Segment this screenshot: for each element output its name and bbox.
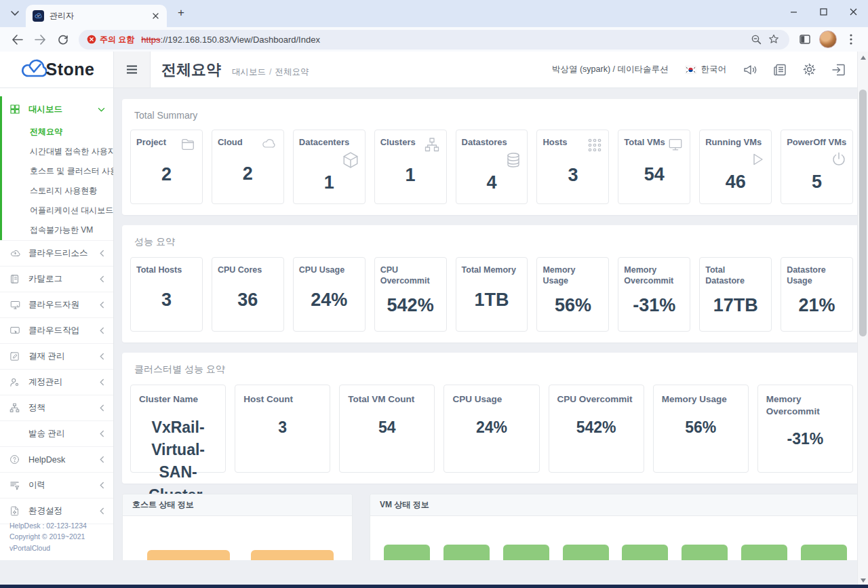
breadcrumb: 대시보드/전체요약 (232, 66, 309, 78)
omnibox[interactable]: 주의 요함 https://192.168.150.83/View/Dashbo… (79, 30, 789, 50)
host-grid-icon (587, 137, 603, 153)
summary-card: Total Hosts3 (130, 257, 203, 332)
vm-status-chart-panel: VM 상태 정보 (370, 494, 861, 560)
sidebar-item-label: 대시보드 (28, 104, 98, 115)
window-close-button[interactable] (838, 0, 868, 23)
browser-tab[interactable]: 관리자 (26, 5, 167, 27)
chart-bar (682, 545, 728, 560)
monitor-icon (667, 137, 684, 152)
chart-bar (147, 550, 230, 560)
scroll-up-arrow[interactable] (861, 56, 866, 60)
scrollbar-thumb[interactable] (859, 90, 867, 336)
vstone-logo[interactable]: Stone (0, 52, 114, 87)
browser-tabstrip: 관리자 + (0, 0, 868, 27)
reload-button[interactable] (53, 29, 73, 50)
sidebar-subitem[interactable]: 어플리케이션 대시보드 (0, 201, 113, 220)
approval-icon (9, 351, 21, 361)
bookmark-star-icon[interactable] (765, 31, 783, 48)
chart-bar (384, 545, 430, 560)
card-label: Cloud (218, 137, 243, 149)
cube-icon (342, 151, 359, 169)
card-label: Running VMs (705, 137, 762, 149)
cloud-task-icon (9, 326, 21, 336)
window-maximize-button[interactable] (808, 0, 838, 23)
sidebar-item[interactable]: 클라우드작업 (0, 318, 113, 344)
tab-close-icon[interactable] (150, 10, 161, 22)
chevron-left-icon (99, 353, 105, 360)
browser-menu-button[interactable] (841, 29, 861, 50)
sidebar-item[interactable]: 이력 (0, 473, 113, 498)
card-label: Total Datastore (705, 264, 766, 287)
logout-icon[interactable] (832, 64, 845, 76)
sidebar-item[interactable]: 대시보드 (0, 96, 113, 122)
summary-card: Cloud2 (212, 130, 284, 204)
summary-card: Total Memory1TB (456, 257, 528, 332)
card-value: 542% (557, 406, 635, 464)
korea-flag-icon (685, 66, 696, 74)
tab-search-button[interactable] (5, 4, 24, 23)
user-info[interactable]: 박상열 (sypark) / 데이타솔루션 (552, 64, 669, 75)
summary-card: CPU Cores36 (212, 257, 284, 332)
summary-card: Clusters1 (374, 130, 447, 204)
profile-avatar[interactable] (819, 31, 837, 48)
sidebar-item[interactable]: 계정관리 (0, 370, 113, 395)
card-label: Memory Usage (662, 393, 727, 406)
total-summary-panel: Total Summary Project2Cloud2Datacenters1… (122, 99, 861, 215)
summary-card: Cluster NameVxRail-Virtual-SAN-Cluster- (130, 385, 226, 473)
summary-card: Memory Overcommit-31% (618, 257, 690, 332)
sidebar-subitem[interactable]: 스토리지 사용현황 (0, 181, 113, 201)
announcement-icon[interactable] (743, 64, 757, 76)
folder-icon (179, 137, 197, 152)
chart-bar (251, 550, 334, 560)
chevron-left-icon (99, 250, 105, 257)
breadcrumb-current: 전체요약 (275, 67, 309, 77)
sidebar-item[interactable]: 발송 관리 (0, 421, 113, 447)
history-icon (9, 480, 21, 490)
sidebar-item[interactable]: 카탈로그 (0, 267, 113, 292)
card-value: 24% (299, 275, 359, 324)
sidebar-item[interactable]: 클라우드리소스 (0, 241, 113, 267)
chart-plot-area (123, 516, 352, 560)
scroll-down-arrow[interactable] (861, 579, 866, 583)
summary-card: Running VMs46 (699, 130, 772, 204)
sidebar-item[interactable]: 정책 (0, 395, 113, 421)
settings-gear-icon[interactable] (803, 63, 816, 76)
section-title: 성능 요약 (134, 236, 853, 248)
chart-plot-area (370, 516, 861, 560)
card-label: CPU Usage (452, 393, 502, 406)
window-minimize-button[interactable] (778, 0, 808, 23)
play-icon (749, 151, 766, 168)
sidebar-item[interactable]: 결재 관리 (0, 344, 113, 370)
url-text[interactable]: https://192.168.150.83/View/Dashboard/In… (141, 35, 747, 45)
sidebar-item[interactable]: HelpDesk (0, 447, 113, 473)
new-tab-button[interactable]: + (172, 4, 190, 22)
copyright: Copyright © 2019~2021 vPortalCloud (9, 531, 108, 553)
breadcrumb-dashboard[interactable]: 대시보드 (232, 67, 266, 77)
sidebar-dashboard-block: 대시보드전체요약시간대별 접속한 사용자 수호스트 및 클러스터 사용현황스토리… (0, 96, 113, 241)
forward-button[interactable] (30, 29, 50, 50)
sidebar-subitem[interactable]: 시간대별 접속한 사용자 수 (0, 142, 113, 161)
side-panel-button[interactable] (795, 29, 815, 50)
language-selector[interactable]: 한국어 (685, 64, 727, 75)
sidebar-subitem[interactable]: 접속불가능한 VM (0, 220, 113, 240)
card-value: 542% (380, 287, 441, 325)
chevron-left-icon (99, 275, 105, 283)
power-icon (831, 151, 847, 168)
back-button[interactable] (7, 29, 27, 50)
policy-icon (9, 403, 21, 413)
sidebar-subitem[interactable]: 전체요약 (0, 122, 113, 142)
card-value: 54 (348, 406, 426, 464)
page-scrollbar[interactable] (857, 52, 868, 588)
chevron-left-icon (99, 327, 105, 334)
section-title: Total Summary (134, 110, 853, 121)
sidebar-item[interactable]: 클라우드자원 (0, 292, 113, 318)
sidebar-toggle-button[interactable] (114, 52, 151, 87)
card-label: Memory Usage (542, 264, 603, 287)
security-warning-badge[interactable]: 주의 요함 (87, 34, 134, 45)
zoom-out-icon[interactable] (747, 31, 765, 48)
card-label: Memory Overcommit (624, 264, 684, 287)
sidebar-subitem[interactable]: 호스트 및 클러스터 사용현황 (0, 161, 113, 181)
news-icon[interactable] (774, 64, 787, 76)
sidebar: 대시보드전체요약시간대별 접속한 사용자 수호스트 및 클러스터 사용현황스토리… (0, 88, 114, 560)
card-label: Datacenters (299, 137, 349, 149)
